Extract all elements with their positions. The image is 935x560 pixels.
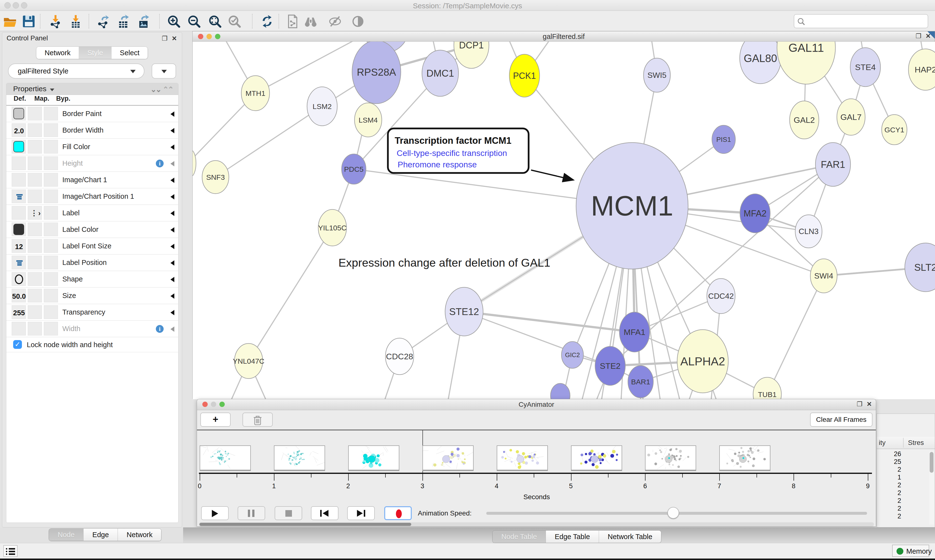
property-row-image-chart-1[interactable]: Image/Chart 1 (6, 172, 178, 188)
network-node-gal80[interactable]: GAL80 (740, 42, 781, 84)
property-row-label-position[interactable]: Label Position (6, 254, 178, 271)
timeline-scrollbar-thumb[interactable] (199, 523, 411, 526)
expand-property-icon[interactable] (170, 178, 174, 183)
byp-cell[interactable] (44, 256, 58, 269)
delete-frame-button[interactable] (242, 412, 273, 427)
map-cell[interactable] (28, 157, 42, 170)
byp-cell[interactable] (44, 322, 58, 335)
refresh-icon[interactable] (260, 15, 274, 28)
expand-property-icon[interactable] (170, 310, 174, 315)
network-node-lsm2[interactable]: LSM2 (307, 87, 337, 126)
network-node-hap2[interactable]: HAP2 (909, 49, 935, 90)
tab-edge-table[interactable]: Edge Table (546, 531, 599, 543)
frame-thumbnail-4s[interactable] (497, 445, 548, 470)
export-network-icon[interactable] (97, 15, 110, 28)
collapse-all-icon[interactable]: ⌃⌃ (163, 85, 173, 94)
property-row-fill-color[interactable]: Fill Color (6, 138, 178, 155)
map-cell[interactable] (28, 289, 42, 302)
property-row-transparency[interactable]: 255Transparency (6, 304, 178, 321)
float-panel-icon[interactable]: ❐ (161, 35, 168, 42)
property-row-shape[interactable]: Shape (6, 271, 178, 288)
frame-thumbnail-5s[interactable] (571, 445, 622, 470)
frame-thumbnail-6s[interactable] (645, 445, 696, 470)
info-icon[interactable]: i (156, 325, 164, 333)
def-cell[interactable]: 255 (12, 305, 26, 319)
task-history-button[interactable] (3, 545, 17, 557)
memory-button[interactable]: Memory (892, 545, 929, 557)
network-node-lsm4[interactable]: LSM4 (355, 103, 382, 137)
network-node-rps28a[interactable]: RPS28A (352, 42, 401, 104)
property-row-height[interactable]: Heighti (6, 155, 178, 172)
tab-style[interactable]: Style (79, 47, 111, 59)
table-scrollbar[interactable] (929, 451, 934, 525)
network-node-bar1[interactable]: BAR1 (628, 366, 653, 398)
expand-property-icon[interactable] (170, 145, 174, 150)
map-cell[interactable] (28, 223, 42, 236)
def-cell[interactable] (12, 173, 26, 186)
network-node-swi4[interactable]: SWI4 (810, 259, 837, 293)
def-value[interactable]: 50.0 (12, 292, 26, 300)
column-divider[interactable] (903, 438, 904, 448)
byp-cell[interactable] (44, 157, 58, 170)
network-edge[interactable] (767, 276, 824, 394)
properties-header[interactable]: Properties ⌄⌄ ⌃⌃ (6, 83, 178, 95)
zoom-fit-icon[interactable] (208, 15, 222, 28)
lock-node-size-checkbox[interactable]: ✓ (13, 340, 22, 349)
tab-edge[interactable]: Edge (83, 529, 118, 541)
network-node-mcm1[interactable]: MCM1 (576, 143, 688, 269)
network-node-ste12[interactable]: STE12 (445, 287, 483, 336)
expand-property-icon[interactable] (170, 111, 174, 117)
import-table-icon[interactable] (69, 15, 83, 28)
expand-property-icon[interactable] (170, 260, 174, 266)
network-node-cln3[interactable]: CLN3 (795, 215, 822, 248)
network-edge[interactable] (248, 228, 332, 361)
network-node-pdc5[interactable]: PDC5 (342, 154, 366, 184)
property-row-image-chart-position-1[interactable]: Image/Chart Position 1 (6, 188, 178, 205)
byp-cell[interactable] (44, 272, 58, 286)
import-network-icon[interactable] (49, 15, 62, 28)
zoom-in-icon[interactable] (167, 15, 181, 28)
network-node-swi5[interactable]: SWI5 (643, 58, 670, 92)
network-node-cdc28[interactable]: CDC28 (386, 338, 414, 375)
network-node-mth1[interactable]: MTH1 (241, 75, 270, 111)
network-node-gal2[interactable]: GAL2 (790, 101, 819, 139)
tab-network[interactable]: Network (36, 47, 79, 59)
table-cell-value[interactable]: 2 (877, 505, 901, 512)
map-cell[interactable] (28, 322, 42, 335)
property-row-border-paint[interactable]: Border Paint (6, 106, 178, 122)
map-cell[interactable] (28, 256, 42, 269)
network-node-mfa1[interactable]: MFA1 (619, 312, 650, 352)
table-cell-value[interactable]: 26 (877, 450, 901, 458)
def-cell[interactable] (12, 223, 26, 236)
toggle-rendering-icon[interactable] (351, 15, 365, 28)
tab-node-table[interactable]: Node Table (492, 531, 546, 543)
position-icon[interactable] (16, 259, 23, 267)
def-cell[interactable] (12, 272, 26, 286)
export-image-icon[interactable] (137, 15, 150, 28)
frame-thumbnail-2s[interactable] (348, 445, 399, 470)
network-node-ste4[interactable]: STE4 (850, 48, 881, 86)
network-window-titlebar[interactable]: galFiltered.sif ❐ ✕ (193, 31, 935, 42)
expand-property-icon[interactable] (170, 194, 174, 200)
expand-property-icon[interactable] (170, 227, 174, 232)
clear-all-frames-button[interactable]: Clear All Frames (810, 412, 872, 427)
network-edge[interactable] (216, 106, 322, 177)
table-cell-value[interactable]: 1 (877, 474, 901, 482)
property-row-label-font-size[interactable]: 12Label Font Size (6, 238, 178, 254)
map-cell[interactable] (28, 107, 42, 120)
def-cell[interactable]: 12 (12, 239, 26, 253)
float-window-icon[interactable]: ❐ (856, 400, 863, 408)
def-cell[interactable] (12, 256, 26, 269)
save-session-icon[interactable] (22, 15, 35, 28)
network-node[interactable] (551, 383, 570, 399)
info-icon[interactable]: i (156, 160, 164, 168)
def-cell[interactable] (12, 157, 26, 170)
network-node-pis1[interactable]: PIS1 (712, 125, 735, 154)
def-value[interactable]: 2.0 (12, 127, 26, 135)
network-file-icon[interactable] (285, 15, 299, 28)
frame-thumbnail-7s[interactable] (719, 445, 770, 470)
close-cyanimator-icon[interactable]: ✕ (866, 400, 873, 408)
network-edge[interactable] (464, 312, 634, 332)
table-cell-value[interactable]: 2 (877, 497, 901, 505)
tab-network[interactable]: Network (118, 529, 161, 541)
